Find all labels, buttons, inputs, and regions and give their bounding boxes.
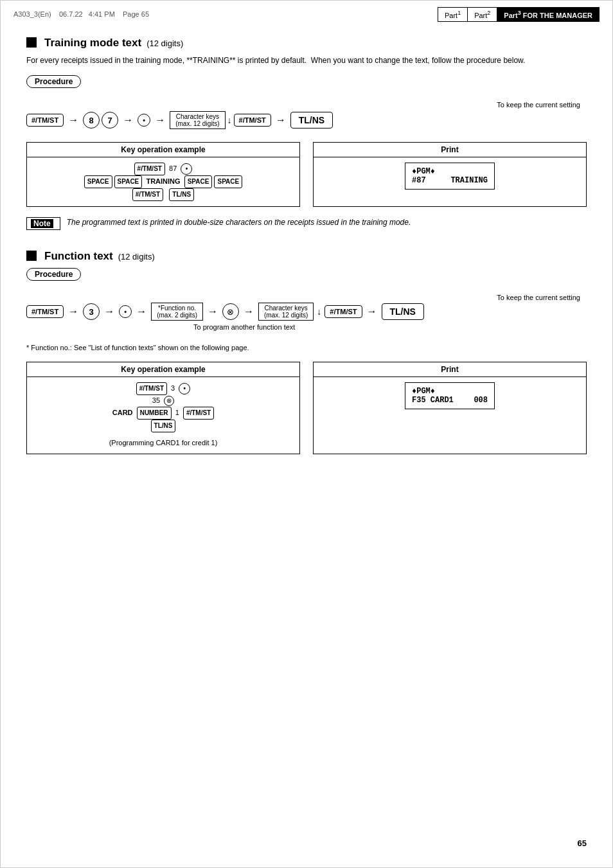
keep-current-label-2: To keep the current setting: [26, 294, 587, 301]
flow-diagram-2-main: #/TM/ST → 3 → • → *Function no.: [26, 303, 587, 331]
key-tl-ns-1: TL/NS: [290, 112, 333, 128]
key-dot-1: •: [138, 114, 150, 127]
char-keys-box-1: Character keys (max. 12 digits): [170, 111, 225, 129]
part-tab-2[interactable]: Part2: [468, 8, 497, 21]
char-keys-label-1: Character keys: [176, 113, 219, 120]
down-arrow-2: ↓: [317, 306, 321, 317]
example-col-header-left-1: Key operation example: [27, 143, 299, 157]
keep-current-label-1: To keep the current setting: [26, 101, 587, 109]
arrow8: →: [208, 306, 218, 317]
example-col-body-left-1: #/TM/ST 87 • SPACE SPACE TRAINING SPACE …: [27, 157, 299, 206]
key-inline-dot-1: •: [181, 163, 192, 175]
arrow7: →: [136, 306, 147, 317]
op-line-2-4: TL/NS: [32, 420, 294, 432]
key-number: NUMBER: [137, 407, 172, 420]
key-tm-st-1: #/TM/ST: [26, 114, 64, 127]
part-tab-1[interactable]: Part1: [438, 8, 468, 21]
func-no-box: *Function no. (max. 2 digits): [151, 303, 203, 321]
branch-area-1: Character keys (max. 12 digits) ↓ #/TM/S…: [170, 111, 333, 129]
page-container: A303_3(En) 06.7.22 4:41 PM Page 65 Part1…: [0, 0, 613, 868]
header-right: Part1 Part2 Part3 FOR THE MANAGER: [438, 7, 600, 22]
example-col-right-2: Print ♦PGM♦ F35 CARD1 008: [313, 362, 587, 454]
arrow3: →: [155, 114, 165, 126]
note-black-1: Note: [31, 219, 53, 228]
part3-label: FOR THE MANAGER: [523, 12, 592, 19]
flow2-main-row: #/TM/ST → 3 → • → *Function no.: [26, 303, 424, 321]
char-keys-flow-1: Character keys (max. 12 digits) ↓ #/TM/S…: [170, 111, 333, 129]
section1-subtitle: (12 digits): [147, 39, 183, 48]
key-inline-tlns-1: TL/NS: [169, 188, 194, 201]
char-keys-max-2: (max. 12 digits): [264, 312, 308, 319]
key-tm-st-3: #/TM/ST: [26, 305, 64, 318]
arrow5: →: [68, 306, 78, 317]
print-line2-area-2: F35 CARD1 008: [412, 396, 488, 405]
key-space-1: SPACE: [84, 175, 112, 188]
part-tabs: Part1 Part2 Part3 FOR THE MANAGER: [438, 7, 600, 22]
flow-diagram-1: To keep the current setting #/TM/ST → 8 …: [26, 101, 587, 129]
key-inline-tmst-3: #/TM/ST: [136, 382, 167, 395]
key-space-2: SPACE: [114, 175, 143, 188]
example-table-2: Key operation example #/TM/ST 3 • 35 ⊗: [26, 362, 587, 454]
example-col-body-left-2: #/TM/ST 3 • 35 ⊗ CARD NUMBER 1: [27, 377, 299, 454]
example-col-body-right-1: ♦PGM♦ #87 TRAINING: [314, 157, 586, 195]
black-square-icon-2: [26, 251, 37, 261]
flow-row-1: #/TM/ST → 8 7 → • → Character keys: [26, 111, 333, 129]
program-another-label: To program another function text: [193, 323, 295, 331]
card-text: CARD: [112, 409, 133, 416]
func-no-label: *Function no.: [158, 305, 196, 312]
key-3: 3: [83, 303, 100, 320]
op-line-1-3: #/TM/ST TL/NS: [32, 188, 294, 201]
print-box-1: ♦PGM♦ #87 TRAINING: [405, 163, 495, 190]
example-col-header-right-1: Print: [314, 143, 586, 157]
key-space-4: SPACE: [214, 175, 242, 188]
char-keys-label-2: Character keys: [265, 305, 308, 312]
arrow9: →: [244, 306, 254, 317]
section2-subtitle: (12 digits): [118, 252, 155, 261]
print-line1-1: ♦PGM♦: [412, 167, 488, 176]
example-col-right-1: Print ♦PGM♦ #87 TRAINING: [313, 142, 587, 207]
arrow6: →: [104, 306, 114, 317]
example-col-body-right-2: ♦PGM♦ F35 CARD1 008: [314, 377, 586, 414]
op-line-2-1: #/TM/ST 3 •: [32, 382, 294, 395]
print-line1-2: ♦PGM♦: [412, 387, 488, 396]
section2: Function text (12 digits) Procedure To k…: [26, 249, 587, 454]
doc-page: Page 65: [123, 10, 149, 18]
arrow2: →: [123, 114, 133, 126]
char-keys-box-2: Character keys (max. 12 digits): [258, 303, 314, 321]
example-table-1: Key operation example #/TM/ST 87 • SPACE…: [26, 142, 587, 207]
arrow10: →: [367, 306, 377, 317]
op-line-1-2: SPACE SPACE TRAINING SPACE SPACE: [32, 175, 294, 188]
arrow1: →: [68, 114, 78, 126]
func-no-branch: *Function no. (max. 2 digits): [151, 303, 203, 321]
flow-diagram-2-inner: To keep the current setting #/TM/ST → 3 …: [26, 294, 587, 331]
arrow4: →: [276, 114, 286, 126]
section1: Training mode text (12 digits) For every…: [26, 36, 587, 230]
key-tm-st-2: #/TM/ST: [234, 114, 271, 127]
print-line3-1: TRAINING: [450, 176, 488, 185]
header-info: A303_3(En) 06.7.22 4:41 PM Page 65: [13, 10, 149, 18]
section2-title-text: Function text: [44, 250, 113, 263]
doc-date: 06.7.22: [59, 10, 83, 18]
key-space-3: SPACE: [184, 175, 213, 188]
note-box-1: Note The programmed text is printed in d…: [26, 217, 587, 230]
header-bar: A303_3(En) 06.7.22 4:41 PM Page 65 Part1…: [1, 7, 612, 22]
section1-description: For every receipts issued in the trainin…: [26, 55, 587, 66]
key-7: 7: [102, 112, 118, 128]
key-inline-dot-2: •: [179, 383, 190, 394]
key-tl-ns-2: TL/NS: [382, 303, 424, 320]
flow2-cols: #/TM/ST → 3 → • → *Function no.: [26, 303, 587, 331]
procedure2-area: Procedure: [26, 268, 587, 287]
example-col-header-right-2: Print: [314, 362, 586, 377]
key-inline-tmst-4: #/TM/ST: [183, 407, 214, 420]
down-arrow-1: ↓: [227, 115, 232, 125]
section1-title: Training mode text (12 digits): [26, 36, 587, 49]
procedure2-badge: Procedure: [26, 268, 81, 281]
doc-id: A303_3(En): [13, 10, 51, 18]
key-inline-x: ⊗: [164, 396, 174, 406]
note-label-1: Note: [26, 217, 60, 230]
op-line-2-2: 35 ⊗: [32, 395, 294, 407]
example-col-left-2: Key operation example #/TM/ST 3 • 35 ⊗: [26, 362, 300, 454]
print-line2-area-1: #87 TRAINING: [412, 176, 488, 185]
part-tab-3[interactable]: Part3 FOR THE MANAGER: [497, 8, 599, 21]
print-line2-1: #87: [412, 176, 426, 185]
